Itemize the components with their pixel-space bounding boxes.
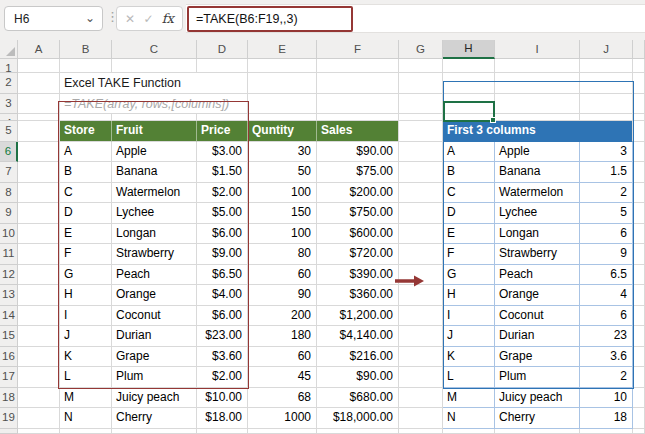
cell-J2[interactable] [580, 73, 633, 94]
source-cell[interactable]: 1000 [248, 408, 317, 429]
cell-J4[interactable] [580, 114, 633, 121]
cell-G15[interactable] [399, 326, 443, 347]
cell-G5[interactable] [399, 121, 443, 142]
select-all-corner[interactable] [0, 40, 18, 59]
source-cell[interactable]: 80 [248, 244, 317, 265]
cell-A7[interactable] [18, 162, 60, 183]
result-cell[interactable]: Grape [495, 347, 580, 368]
cell-K11[interactable] [633, 244, 645, 265]
cell-K7[interactable] [633, 162, 645, 183]
result-cell[interactable]: Plum [495, 367, 580, 388]
source-cell[interactable]: 180 [248, 326, 317, 347]
source-cell[interactable]: $90.00 [317, 367, 399, 388]
row-header-6[interactable]: 6 [0, 142, 18, 163]
source-cell[interactable]: 30 [248, 142, 317, 163]
result-cell[interactable]: 3 [580, 142, 633, 163]
cell-K16[interactable] [633, 347, 645, 368]
cell-A5[interactable] [18, 121, 60, 142]
row-header-2[interactable]: 2 [0, 73, 18, 94]
result-cell[interactable]: Apple [495, 142, 580, 163]
cell-H3[interactable] [443, 94, 495, 115]
row-header-19[interactable]: 19 [0, 408, 18, 429]
col-header-I[interactable]: I [495, 40, 580, 59]
cell-G13[interactable] [399, 285, 443, 306]
col-header-F[interactable]: F [317, 40, 399, 59]
row-header-5[interactable]: 5 [0, 121, 18, 142]
cell-E4[interactable] [248, 114, 317, 121]
cell-G9[interactable] [399, 203, 443, 224]
result-cell[interactable]: Peach [495, 265, 580, 286]
cell-E20[interactable] [248, 429, 317, 434]
row-header-20[interactable]: 20 [0, 429, 18, 434]
cell-J1[interactable] [580, 59, 633, 73]
result-cell[interactable]: Watermelon [495, 183, 580, 204]
cell-K14[interactable] [633, 306, 645, 327]
row-header-14[interactable]: 14 [0, 306, 18, 327]
cell-K10[interactable] [633, 224, 645, 245]
cell-K15[interactable] [633, 326, 645, 347]
cell-E1[interactable] [248, 59, 317, 73]
cell-I3[interactable] [495, 94, 580, 115]
source-cell[interactable]: Watermelon [112, 183, 197, 204]
row-header-8[interactable]: 8 [0, 183, 18, 204]
cell-D4[interactable] [197, 114, 248, 121]
source-cell[interactable]: $90.00 [317, 142, 399, 163]
cancel-icon[interactable]: ✕ [125, 12, 135, 26]
source-cell[interactable]: Grape [112, 347, 197, 368]
source-cell[interactable]: 68 [248, 388, 317, 409]
source-cell[interactable]: B [60, 162, 112, 183]
source-cell[interactable]: $390.00 [317, 265, 399, 286]
cell-K9[interactable] [633, 203, 645, 224]
source-cell[interactable]: $600.00 [317, 224, 399, 245]
col-header-B[interactable]: B [60, 40, 112, 59]
source-cell[interactable]: 60 [248, 265, 317, 286]
cell-A4[interactable] [18, 114, 60, 121]
result-cell[interactable]: 1.5 [580, 162, 633, 183]
cell-A19[interactable] [18, 408, 60, 429]
enter-icon[interactable]: ✓ [143, 12, 153, 26]
cell-K20[interactable] [633, 429, 645, 434]
source-cell[interactable]: $216.00 [317, 347, 399, 368]
cell-K13[interactable] [633, 285, 645, 306]
cell-A11[interactable] [18, 244, 60, 265]
source-cell[interactable]: 50 [248, 162, 317, 183]
cell-A17[interactable] [18, 367, 60, 388]
function-syntax[interactable]: =TAKE(array, rows,[columns]) [60, 94, 248, 115]
result-cell[interactable]: Coconut [495, 306, 580, 327]
cell-K8[interactable] [633, 183, 645, 204]
cell-E3[interactable] [248, 94, 317, 115]
source-cell[interactable]: K [60, 347, 112, 368]
source-cell[interactable]: Apple [112, 142, 197, 163]
source-cell[interactable]: Coconut [112, 306, 197, 327]
result-cell[interactable]: 6.5 [580, 265, 633, 286]
cell-A20[interactable] [18, 429, 60, 434]
source-cell[interactable]: $680.00 [317, 388, 399, 409]
cell-F20[interactable] [317, 429, 399, 434]
source-cell[interactable]: $1,200.00 [317, 306, 399, 327]
cell-A12[interactable] [18, 265, 60, 286]
result-cell[interactable]: Longan [495, 224, 580, 245]
source-cell[interactable]: 60 [248, 347, 317, 368]
source-cell[interactable]: $5.00 [197, 203, 248, 224]
cell-G14[interactable] [399, 306, 443, 327]
result-cell[interactable]: Durian [495, 326, 580, 347]
result-cell[interactable]: D [443, 203, 495, 224]
cell-F3[interactable] [317, 94, 399, 115]
cell-C4[interactable] [112, 114, 197, 121]
cell-G16[interactable] [399, 347, 443, 368]
cell-A2[interactable] [18, 73, 60, 94]
row-header-9[interactable]: 9 [0, 203, 18, 224]
result-cell[interactable]: Strawberry [495, 244, 580, 265]
cell-A6[interactable] [18, 142, 60, 163]
result-cell[interactable]: Juicy peach [495, 388, 580, 409]
result-cell[interactable]: A [443, 142, 495, 163]
cell-H2[interactable] [443, 73, 495, 94]
source-cell[interactable]: L [60, 367, 112, 388]
result-cell[interactable]: Banana [495, 162, 580, 183]
row-header-4[interactable]: 4 [0, 114, 18, 121]
source-cell[interactable]: $3.00 [197, 142, 248, 163]
cell-G12[interactable] [399, 265, 443, 286]
spreadsheet-grid[interactable]: ABCDEFGHIJ12Excel TAKE Function3=TAKE(ar… [0, 40, 645, 434]
source-cell[interactable]: 200 [248, 306, 317, 327]
result-cell[interactable]: C [443, 183, 495, 204]
